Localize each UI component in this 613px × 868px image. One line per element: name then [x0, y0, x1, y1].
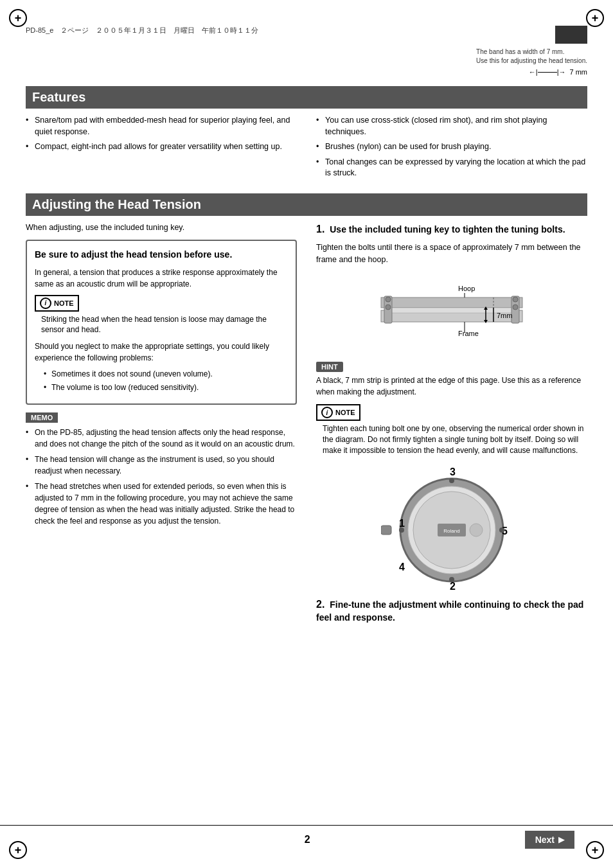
svg-point-6 [386, 305, 391, 310]
page-footer: 2 Next ▶ [0, 825, 613, 849]
pad-diagram: Roland 1 2 3 4 5 [381, 463, 522, 591]
svg-text:7mm: 7mm [497, 312, 512, 319]
svg-text:Hoop: Hoop [458, 285, 475, 292]
note2-badge: i NOTE [316, 404, 360, 421]
svg-point-8 [513, 305, 518, 310]
step1-section: 1. Use the included tuning key to tighte… [316, 222, 587, 624]
list-item: The volume is too low (reduced sensitivi… [44, 382, 288, 393]
note2-section: i NOTE Tighten each tuning bolt one by o… [316, 404, 587, 456]
note-icon: i [40, 297, 51, 309]
header-area: PD-85_e ２ページ ２００５年１月３１日 月曜日 午前１０時１１分 The… [26, 19, 587, 76]
problems-list: Sometimes it does not sound (uneven volu… [35, 369, 288, 393]
pad-diagram-container: Roland 1 2 3 4 5 [316, 463, 587, 591]
header-text: PD-85_e ２ページ ２００５年１月３１日 月曜日 午前１０時１１分 [26, 26, 258, 35]
list-item: Compact, eight-inch pad allows for great… [26, 141, 297, 153]
note2-text: Tighten each tuning bolt one by one, obs… [323, 423, 587, 456]
memo-list: On the PD-85, adjusting the head tension… [26, 427, 297, 527]
list-item: Snare/tom pad with embedded-mesh head fo… [26, 115, 297, 137]
memo-badge: MEMO [26, 412, 58, 423]
band-description: The band has a width of 7 mm. Use this f… [476, 48, 587, 66]
list-item: Sometimes it does not sound (uneven volu… [44, 369, 288, 380]
svg-point-24 [470, 524, 483, 536]
memo-section: MEMO On the PD-85, adjusting the head te… [26, 412, 297, 527]
features-left: Snare/tom pad with embedded-mesh head fo… [26, 115, 297, 183]
features-columns: Snare/tom pad with embedded-mesh head fo… [26, 115, 587, 183]
svg-point-33 [499, 527, 504, 533]
step1-text: Tighten the bolts until there is a space… [316, 242, 587, 266]
svg-point-34 [449, 577, 454, 582]
warning-title: Be sure to adjust the head tension befor… [35, 249, 288, 261]
band-diagram [555, 26, 587, 45]
adjusting-right: 1. Use the included tuning key to tighte… [316, 222, 587, 631]
svg-text:4: 4 [399, 562, 405, 572]
svg-text:3: 3 [450, 466, 456, 477]
next-button[interactable]: Next ▶ [525, 831, 574, 849]
adjusting-header: Adjusting the Head Tension [26, 193, 587, 216]
svg-point-31 [449, 478, 454, 483]
hoop-diagram-container: 7mm Hoop Frame [316, 272, 587, 355]
features-header: Features [26, 86, 587, 109]
features-right-list: You can use cross-stick (closed rim shot… [316, 115, 587, 179]
adjusting-left: When adjusting, use the included tuning … [26, 222, 297, 631]
hint-badge: HINT [316, 362, 343, 372]
band-box [555, 26, 587, 44]
reg-mark-tl [9, 9, 27, 27]
svg-text:Frame: Frame [458, 330, 479, 337]
warning-box: Be sure to adjust the head tension befor… [26, 240, 297, 405]
svg-text:Roland: Roland [443, 528, 459, 534]
list-item: On the PD-85, adjusting the head tension… [26, 427, 297, 450]
list-item: You can use cross-stick (closed rim shot… [316, 115, 587, 137]
adjusting-columns: When adjusting, use the included tuning … [26, 222, 587, 631]
note2-icon: i [321, 407, 333, 418]
hint-text: A black, 7 mm strip is printed at the ed… [316, 375, 587, 398]
list-item: The head tension will change as the inst… [26, 454, 297, 477]
svg-text:1: 1 [399, 518, 405, 529]
svg-point-5 [386, 297, 391, 302]
features-right: You can use cross-stick (closed rim shot… [316, 115, 587, 183]
hoop-diagram: 7mm Hoop Frame [368, 272, 535, 355]
svg-rect-30 [381, 526, 391, 535]
warning-body2: Should you neglect to make the appropria… [35, 341, 288, 364]
note-badge: i NOTE [35, 295, 79, 312]
hint-section: HINT A black, 7 mm strip is printed at t… [316, 362, 587, 398]
reg-mark-tr [586, 9, 604, 27]
warning-body: In general, a tension that produces a st… [35, 267, 288, 290]
note-text: Striking the head when the head tension … [41, 314, 288, 336]
features-left-list: Snare/tom pad with embedded-mesh head fo… [26, 115, 297, 153]
step1-header: 1. Use the included tuning key to tighte… [316, 222, 587, 236]
svg-point-32 [399, 527, 404, 533]
svg-rect-1 [381, 297, 522, 308]
adjusting-intro: When adjusting, use the included tuning … [26, 222, 297, 234]
svg-text:2: 2 [450, 581, 456, 591]
list-item: Brushes (nylon) can be used for brush pl… [316, 141, 587, 153]
next-arrow-icon: ▶ [558, 835, 564, 844]
list-item: The head stretches when used for extende… [26, 481, 297, 527]
page-number: 2 [305, 834, 310, 846]
header-right: The band has a width of 7 mm. Use this f… [476, 26, 587, 76]
step2-header: 2. Fine-tune the adjustment while contin… [316, 598, 587, 624]
svg-point-7 [513, 297, 518, 302]
list-item: Tonal changes can be expressed by varyin… [316, 157, 587, 179]
band-measurement: ←| |→ 7 mm [529, 68, 587, 76]
page: PD-85_e ２ページ ２００５年１月３１日 月曜日 午前１０時１１分 The… [0, 0, 613, 868]
